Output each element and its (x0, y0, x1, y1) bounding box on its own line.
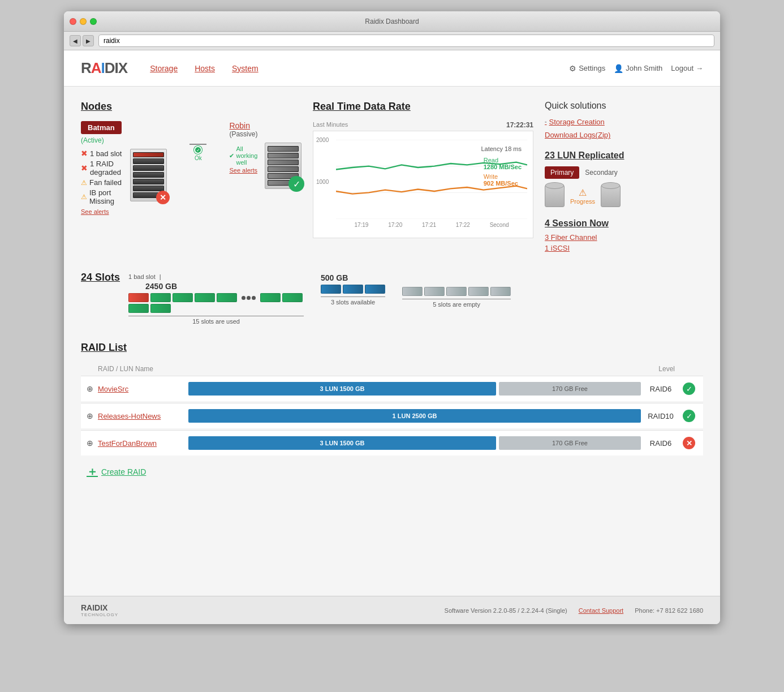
footer-phone: Phone: +7 812 622 1680 (635, 607, 703, 614)
robin-ok-icon: ✓ (288, 176, 304, 192)
batman-active-badge: Batman (81, 121, 122, 134)
maximize-button[interactable] (90, 18, 97, 25)
raid-name-releases[interactable]: Releases-HotNews (98, 412, 188, 420)
title-bar: Raidix Dashboard (64, 11, 720, 32)
raid-status-testfordanbrown: ✕ (680, 437, 697, 449)
chart-panel: Real Time Data Rate Last Minutes 17:22:3… (313, 101, 533, 255)
slots-content: 1 bad slot | 2450 GB (128, 272, 703, 325)
top-section: Nodes Batman (Active) ✖ 1 bad slot (81, 101, 703, 255)
robin-working-well: ✔ All working well (229, 145, 260, 166)
raid-bar-free-moviesrc: 170 GB Free (499, 382, 641, 396)
robin-server-wrapper: ✓ (265, 143, 301, 189)
raid-list-title: RAID List (81, 342, 703, 354)
close-button[interactable] (70, 18, 76, 25)
footer-logo-sub: TECHNOLOGY (81, 612, 118, 617)
dot-1 (242, 296, 245, 300)
batman-error-icon: ✕ (156, 191, 170, 204)
url-input[interactable] (98, 35, 714, 47)
fiber-channel-link[interactable]: 3 Fiber Channel (545, 233, 703, 242)
raid-status-releases: ✓ (680, 410, 697, 422)
forward-button[interactable]: ▶ (83, 35, 94, 46)
nav-storage[interactable]: Storage (150, 64, 178, 73)
chart-latency: Latency 18 ms (481, 145, 522, 152)
alert-ib-port: ⚠ IB port Missing (81, 188, 124, 205)
right-panel: Quick solutions ◦ Storage Creation Downl… (545, 101, 703, 255)
expand-releases[interactable]: ⊕ (87, 411, 98, 420)
y-label-2000: 2000 (316, 137, 329, 143)
footer-logo-text: RAIDIX (81, 603, 118, 612)
chart-y-labels: 2000 1000 (313, 137, 329, 221)
batman-see-alerts[interactable]: See alerts (81, 208, 109, 215)
raid-name-moviesrc[interactable]: MovieSrc (98, 385, 188, 393)
app-header: RAIDIX Storage Hosts System ⚙ Settings 👤… (64, 50, 720, 87)
batman-node: Batman (Active) ✖ 1 bad slot ✖ (81, 121, 167, 216)
available-gb-label: 500 GB (321, 273, 385, 282)
contact-support-link[interactable]: Contact Support (579, 607, 624, 614)
logo: RAIDIX (81, 59, 127, 77)
expand-testfordanbrown[interactable]: ⊕ (87, 439, 98, 448)
primary-badge: Primary (545, 166, 579, 179)
dot-3 (252, 296, 256, 300)
slot-gray-2 (424, 287, 445, 296)
raid-col-name: RAID / LUN Name (98, 365, 641, 373)
lun-badges: Primary Secondary (545, 166, 703, 179)
footer-logo: RAIDIX TECHNOLOGY (81, 603, 118, 617)
ok-dot: ✓ (194, 146, 202, 154)
logout-link[interactable]: Logout → (671, 64, 703, 72)
warning-icon-1: ⚠ (81, 179, 87, 187)
raid-status-moviesrc: ✓ (680, 382, 697, 395)
batman-server-wrapper: ✕ (130, 149, 167, 201)
legend-write: Write 902 MB/Sec (484, 173, 522, 187)
logout-label: Logout (671, 64, 693, 72)
slot-green-6 (282, 293, 303, 302)
logo-letter-d: D (105, 59, 115, 76)
expand-moviesrc[interactable]: ⊕ (87, 384, 98, 393)
footer: RAIDIX TECHNOLOGY Software Version 2.2.0… (64, 596, 720, 624)
nav-arrows: ◀ ▶ (70, 35, 94, 46)
status-check-icon-releases: ✓ (683, 410, 695, 422)
alert-text-3: Fan failed (89, 178, 122, 187)
robin-name[interactable]: Robin (229, 121, 250, 130)
raid-bar-moviesrc: 3 LUN 1500 GB 170 GB Free (188, 382, 641, 396)
iscsi-link[interactable]: 1 iSCSI (545, 244, 703, 252)
slot-blue-1 (321, 285, 341, 294)
user-icon: 👤 (614, 64, 623, 73)
chart-x-labels: 17:19 17:20 17:21 17:22 Second (336, 222, 527, 228)
raid-name-testfordanbrown[interactable]: TestForDanBrown (98, 439, 188, 448)
slot-gray-3 (446, 287, 467, 296)
robin-status: (Passive) (229, 130, 301, 138)
chart-title: Real Time Data Rate (313, 101, 533, 113)
raid-level-testfordanbrown: RAID6 (641, 439, 680, 448)
cylinder-primary (545, 184, 565, 207)
empty-slots-group: 5 slots are empty (402, 273, 511, 308)
raid-bar-used-testfordanbrown: 3 LUN 1500 GB (188, 436, 496, 450)
slots-title: 24 Slots (81, 272, 120, 283)
check-icon: ✔ (229, 152, 234, 160)
slot-red-1 (128, 293, 149, 302)
back-button[interactable]: ◀ (70, 35, 81, 46)
slot-green-7 (128, 304, 149, 313)
plus-icon: ＋ (87, 464, 98, 479)
nav-system[interactable]: System (232, 64, 259, 73)
minimize-button[interactable] (80, 18, 87, 25)
download-logs-link[interactable]: Download Logs(Zip) (545, 131, 703, 139)
storage-creation-link[interactable]: ◦ Storage Creation (545, 118, 703, 126)
slot-blue-3 (365, 285, 385, 294)
used-gb-label: 2450 GB (145, 282, 304, 291)
warning-icon-2: ⚠ (81, 193, 87, 201)
chart-timestamp: 17:22:31 (506, 121, 533, 129)
progress-label: Progress (570, 198, 595, 205)
raid-row-releases: ⊕ Releases-HotNews 1 LUN 2500 GB RAID10 … (81, 403, 703, 428)
raid-row-testfordanbrown: ⊕ TestForDanBrown 3 LUN 1500 GB 170 GB F… (81, 430, 703, 455)
nav-hosts[interactable]: Hosts (195, 64, 215, 73)
raid-bar-releases: 1 LUN 2500 GB (188, 409, 641, 423)
robin-see-alerts[interactable]: See alerts (229, 167, 257, 174)
slot-gray-1 (402, 287, 423, 296)
window-title: Raidix Dashboard (365, 18, 419, 25)
dot-2 (247, 296, 251, 300)
settings-link[interactable]: ⚙ Settings (569, 64, 605, 73)
create-raid-button[interactable]: ＋ Create RAID (81, 464, 703, 479)
raid-row-moviesrc: ⊕ MovieSrc 3 LUN 1500 GB 170 GB Free RAI… (81, 376, 703, 401)
user-link[interactable]: 👤 John Smith (614, 64, 662, 73)
used-slots-group: 1 bad slot | 2450 GB (128, 273, 304, 325)
